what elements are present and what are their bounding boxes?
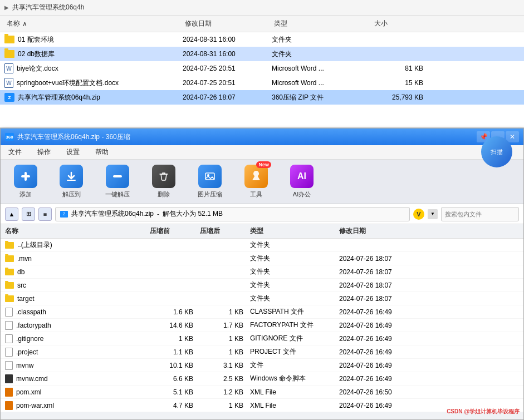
archive-row[interactable]: target 文件夹 2024-07-26 18:07 [1, 292, 523, 305]
file-row[interactable]: 01 配套环境 2024-08-31 16:00 文件夹 [0, 32, 524, 47]
tools-icon: New [244, 165, 268, 188]
address-box: Z 共享汽车管理系统06q4h.zip - 解包大小为 52.1 MB [55, 207, 410, 221]
nav-grid-button[interactable]: ⊞ [22, 207, 35, 221]
menu-operations[interactable]: 操作 [34, 146, 54, 158]
delete-icon [152, 165, 175, 188]
dropdown-button[interactable]: ▼ [428, 209, 438, 219]
file-size: 15 KB [372, 79, 428, 87]
zip-icon: Z [4, 93, 14, 102]
archive-after: 1.2 KB [200, 388, 250, 396]
menu-file[interactable]: 文件 [5, 146, 25, 158]
file-modified: 2024-07-25 20:51 [183, 65, 272, 72]
menu-settings[interactable]: 设置 [63, 146, 83, 158]
archive-file-name-text: target [17, 295, 35, 303]
folder-icon [5, 282, 14, 289]
toolbar-delete-button[interactable]: 删除 [148, 162, 180, 201]
file-size: 25,793 KB [372, 93, 428, 101]
toolbar-tools-button[interactable]: New 工具 [240, 162, 272, 201]
file-name-cell: Z 共享汽车管理系统06q4h.zip [4, 93, 183, 102]
add-icon [14, 165, 37, 188]
archive-row[interactable]: .classpath 1.6 KB 1 KB CLASSPATH 文件 2024… [1, 305, 523, 319]
file-name-text: springboot+vue环境配置文档.docx [17, 78, 119, 88]
toolbar-image-button[interactable]: 图片压缩 [193, 162, 227, 201]
scan-icon: 扫描 [481, 136, 512, 167]
col-name[interactable]: 名称 ∧ [4, 18, 183, 29]
ai-label: AI办公 [293, 190, 311, 199]
archive-row[interactable]: .mvn 文件夹 2024-07-26 18:07 [1, 252, 523, 265]
search-input[interactable] [441, 207, 519, 221]
explorer-file-list: 01 配套环境 2024-08-31 16:00 文件夹 02 db数据库 20… [0, 32, 524, 105]
toolbar-onekey-button[interactable]: 一键解压 [101, 162, 134, 201]
col-size[interactable]: 大小 [372, 18, 428, 29]
archive-kind: 文件夹 [250, 280, 339, 290]
archive-row[interactable]: pom-war.xml 4.7 KB 1 KB XML File 2024-07… [1, 399, 523, 412]
file-name-cell: W springboot+vue环境配置文档.docx [4, 78, 183, 88]
archive-title: 共享汽车管理系统06q4h.zip - 360压缩 [17, 132, 130, 142]
image-icon [198, 165, 222, 188]
ai-icon: AI [290, 165, 314, 188]
archive-app-icon: 360 [5, 133, 14, 141]
archive-kind: PROJECT 文件 [250, 347, 339, 357]
svg-rect-3 [113, 175, 122, 177]
nav-back-button[interactable]: ▲ [5, 207, 18, 221]
address-size: 解包大小为 52.1 MB [163, 209, 223, 219]
archive-after: 3.1 KB [200, 362, 250, 369]
toolbar-scan-button[interactable]: 扫描 [477, 134, 517, 170]
file-row[interactable]: Z 共享汽车管理系统06q4h.zip 2024-07-26 18:07 360… [0, 90, 524, 105]
archive-after: 1.7 KB [200, 322, 250, 329]
doc-icon: W [4, 78, 13, 88]
archive-after: 1 KB [200, 335, 250, 343]
scan-label: 扫描 [491, 148, 503, 156]
archive-row[interactable]: pom.xml 5.1 KB 1.2 KB XML File 2024-07-2… [1, 386, 523, 399]
v-icon: V [413, 209, 424, 220]
file-icon [5, 334, 13, 343]
archive-row[interactable]: src 文件夹 2024-07-26 18:07 [1, 279, 523, 292]
archive-before: 1 KB [150, 335, 200, 343]
explorer-column-header: 名称 ∧ 修改日期 类型 大小 [0, 16, 524, 32]
archive-row[interactable]: mvnw.cmd 6.6 KB 2.5 KB Windows 命令脚本 2024… [1, 372, 523, 386]
file-row[interactable]: W biye论文.docx 2024-07-25 20:51 Microsoft… [0, 61, 524, 76]
toolbar-ai-button[interactable]: AI AI办公 [286, 162, 318, 201]
file-row[interactable]: W springboot+vue环境配置文档.docx 2024-07-25 2… [0, 76, 524, 90]
menu-help[interactable]: 帮助 [92, 146, 112, 158]
col-modified[interactable]: 修改日期 [183, 18, 272, 29]
archive-row[interactable]: .project 1.1 KB 1 KB PROJECT 文件 2024-07-… [1, 345, 523, 359]
archive-row[interactable]: mvnw 10.1 KB 3.1 KB 文件 2024-07-26 16:49 [1, 359, 523, 372]
archive-file-name-text: .project [16, 348, 38, 356]
toolbar-add-button[interactable]: 添加 [9, 162, 42, 201]
folder-icon [5, 255, 14, 262]
address-separator: - [157, 210, 159, 218]
toolbar-extract-button[interactable]: 解压到 [55, 162, 87, 201]
folder-icon [4, 50, 14, 58]
archive-window: 360 共享汽车管理系统06q4h.zip - 360压缩 📌 — ✕ 文件 操… [0, 128, 524, 420]
file-row[interactable]: 02 db数据库 2024-08-31 16:00 文件夹 [0, 47, 524, 61]
archive-row[interactable]: .gitignore 1 KB 1 KB GITIGNORE 文件 2024-0… [1, 332, 523, 345]
explorer-titlebar: ▶ 共享汽车管理系统06q4h [0, 0, 524, 16]
archive-file-name-text: pom.xml [16, 388, 41, 396]
file-name-text: 02 db数据库 [18, 50, 55, 59]
file-kind: 文件夹 [272, 50, 372, 59]
file-name-text: biye论文.docx [17, 64, 58, 73]
archive-modified: 2024-07-26 16:49 [339, 362, 428, 369]
archive-file-name-cell: target [5, 295, 150, 303]
archive-file-name-text: .gitignore [16, 335, 43, 343]
archive-after: 1 KB [200, 402, 250, 409]
archive-file-name-cell: .factorypath [5, 321, 150, 330]
file-kind: Microsoft Word ... [272, 65, 372, 72]
archive-before: 10.1 KB [150, 362, 200, 369]
file-name-text: 01 配套环境 [18, 35, 54, 45]
nav-arrow: ▶ [4, 4, 9, 11]
archive-row[interactable]: .factorypath 14.6 KB 1.7 KB FACTORYPATH … [1, 319, 523, 332]
archive-row[interactable]: db 文件夹 2024-07-26 18:07 [1, 265, 523, 279]
address-zip-name: 共享汽车管理系统06q4h.zip [71, 209, 154, 219]
archive-modified: 2024-07-26 16:49 [339, 308, 428, 316]
nav-list-button[interactable]: ≡ [38, 207, 52, 221]
archive-kind: Windows 命令脚本 [250, 374, 339, 383]
archive-file-list: ..(上级目录) 文件夹 .mvn 文件夹 2024-07-26 18:07 d… [1, 239, 523, 412]
archive-file-name-cell: db [5, 268, 150, 276]
folder-icon [5, 295, 14, 302]
col-type[interactable]: 类型 [272, 18, 372, 29]
archive-row[interactable]: ..(上级目录) 文件夹 [1, 239, 523, 252]
archive-modified: 2024-07-26 16:49 [339, 402, 428, 409]
col-name-label: 名称 [7, 19, 20, 28]
